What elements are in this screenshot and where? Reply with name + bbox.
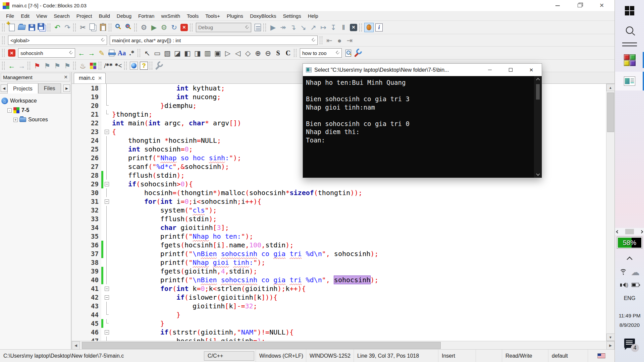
line-number[interactable]: 26	[72, 154, 101, 162]
styled-s-icon[interactable]: S	[273, 48, 283, 58]
menu-search[interactable]: Search	[50, 12, 73, 20]
styled-c-icon[interactable]: C	[283, 48, 293, 58]
line-number[interactable]: 41	[72, 284, 101, 293]
code-line-38[interactable]: 38printf("Nhap gioi tinh:");	[72, 258, 606, 267]
menu-debug[interactable]: Debug	[113, 12, 135, 20]
editor-vertical-scrollbar[interactable]: ▲ ▼	[606, 84, 614, 341]
line-number[interactable]: 23	[72, 127, 101, 136]
line-number[interactable]: 21	[72, 110, 101, 119]
menu-build[interactable]: Build	[96, 12, 113, 20]
align-center-icon[interactable]: ▥	[203, 48, 213, 58]
battery-icon[interactable]	[632, 283, 639, 287]
split-v-icon[interactable]: ◪	[172, 48, 182, 58]
line-number[interactable]: 28	[72, 171, 101, 180]
fold-marker-icon[interactable]	[103, 328, 110, 337]
console-scrollbar[interactable]	[534, 76, 542, 178]
line-number[interactable]: 36	[72, 241, 101, 249]
function-combo[interactable]: main(int argc, char* argv[]) : int	[110, 36, 318, 45]
match-case-icon[interactable]: Aa	[117, 48, 127, 58]
goto-next-icon[interactable]: ⇥	[344, 35, 355, 45]
console-title-bar[interactable]: Select "C:\Users\my laptop\Desktop\New f…	[303, 64, 542, 76]
line-number[interactable]: 37	[72, 249, 101, 258]
line-number[interactable]: 20	[72, 101, 101, 110]
search-next-icon[interactable]: →	[87, 48, 97, 58]
save-icon[interactable]	[27, 22, 37, 33]
line-number[interactable]: 38	[72, 258, 101, 267]
align-fill-icon[interactable]: ▣	[213, 48, 223, 58]
widget-frame-icon[interactable]: ▭	[152, 48, 162, 58]
console-output[interactable]: Nhap ho ten:Bui Minh Quang Bien sohocsin…	[303, 76, 534, 178]
line-number[interactable]: 46	[72, 328, 101, 337]
tab-main-c[interactable]: main.c ✕	[74, 73, 106, 83]
fold-marker-icon[interactable]	[103, 293, 110, 302]
tree-item-workspace[interactable]: ⌂Workspace	[1, 96, 69, 106]
code-line-29[interactable]: 29if(sohocsinh>0){	[72, 180, 606, 188]
tabs-scroll-right-icon[interactable]: ▶	[63, 84, 70, 92]
management-tab-projects[interactable]: Projects	[7, 83, 38, 94]
highlight-icon[interactable]: ✎	[97, 48, 107, 58]
line-number[interactable]: 25	[72, 145, 101, 154]
doxyblocks-blocks-icon[interactable]	[88, 61, 98, 71]
doc-block-comment-icon[interactable]: /**	[103, 61, 113, 71]
scroll-up-icon[interactable]: ▲	[606, 84, 615, 91]
onedrive-cloud-icon[interactable]: ☁	[631, 268, 640, 277]
editor-horizontal-scrollbar[interactable]: ◀ ▶	[72, 341, 614, 349]
code-line-33[interactable]: 33fflush(stdin);	[72, 215, 606, 223]
doxy-settings-wrench-icon[interactable]	[154, 61, 164, 71]
fold-marker-icon[interactable]	[103, 127, 110, 136]
settings-wrench-icon[interactable]	[353, 48, 363, 58]
save-all-icon[interactable]	[37, 22, 47, 33]
tabs-scroll-left-icon[interactable]: ◀	[1, 84, 7, 92]
scroll-down-icon[interactable]: ▼	[606, 334, 615, 341]
build-icon[interactable]: ⚙	[139, 22, 149, 33]
line-number[interactable]: 32	[72, 206, 101, 215]
code-line-46[interactable]: 46if(strstr(gioitinh,"NAM")!=NULL){	[72, 328, 606, 337]
fold-marker-icon[interactable]	[103, 284, 110, 293]
menu-doxyblocks[interactable]: DoxyBlocks	[247, 12, 279, 20]
scope-combo[interactable]: <global>	[8, 36, 107, 45]
search-prev-icon[interactable]: ←	[76, 48, 87, 58]
next-instruction-icon[interactable]: ↦	[318, 22, 328, 33]
menu-settings[interactable]: Settings	[279, 12, 304, 20]
undo-icon[interactable]: ↶	[52, 22, 62, 33]
toggle-bookmark-icon[interactable]: ⚑	[32, 61, 42, 71]
line-number[interactable]: 33	[72, 215, 101, 223]
doxy-help-icon[interactable]: ?	[139, 61, 149, 71]
code-line-30[interactable]: 30hocsinh=(thongtin*)malloc(sohocsinh*si…	[72, 188, 606, 197]
incsearch-combo[interactable]: sohocsinh	[18, 48, 75, 58]
code-line-35[interactable]: 35printf("Nhap ho ten:");	[72, 232, 606, 241]
console-scroll-up-icon[interactable]	[534, 76, 542, 83]
minimize-button[interactable]	[554, 2, 561, 9]
menu-tools[interactable]: Tools	[183, 12, 202, 20]
console-window[interactable]: Select "C:\Users\my laptop\Desktop\New f…	[303, 63, 542, 178]
line-number[interactable]: 22	[72, 119, 101, 127]
scroll-thumb[interactable]	[625, 229, 634, 234]
split-h-icon[interactable]: ▧	[162, 48, 172, 58]
menu-project[interactable]: Project	[73, 12, 96, 20]
doc-line-comment-icon[interactable]: *<	[113, 61, 123, 71]
select-range-icon[interactable]	[107, 48, 117, 58]
align-right-icon[interactable]: ◨	[193, 48, 203, 58]
menu-wxsmith[interactable]: wxSmith	[158, 12, 183, 20]
code-line-47[interactable]: 47hocsinh[i].gioitinh=1;	[72, 337, 606, 341]
next-bookmark-icon[interactable]: ⚑	[52, 61, 62, 71]
stop-debugger-icon[interactable]: ✕	[348, 22, 359, 33]
doxy-run-html-icon[interactable]	[129, 61, 139, 71]
pointer-icon[interactable]: ↖	[142, 48, 152, 58]
console-minimize-button[interactable]	[479, 64, 500, 76]
shape-left-icon[interactable]: ◁	[233, 48, 243, 58]
line-number[interactable]: 27	[72, 162, 101, 171]
tree-item-7-5[interactable]: -7-5	[1, 106, 69, 115]
scroll-right-icon[interactable]: ▶	[606, 341, 614, 350]
code-line-34[interactable]: 34char gioitinh[3];	[72, 223, 606, 232]
menu-tools-[interactable]: Tools+	[202, 12, 223, 20]
code-line-41[interactable]: 41for(int k=0;k<strlen(gioitinh);k++){	[72, 284, 606, 293]
tree-expander-icon[interactable]: -	[7, 108, 12, 113]
rebuild-icon[interactable]: ↻	[169, 22, 179, 33]
fold-marker-icon[interactable]	[103, 197, 110, 206]
speaker-icon[interactable]: ))	[620, 282, 628, 288]
menu-fortran[interactable]: Fortran	[135, 12, 158, 20]
line-number[interactable]: 43	[72, 302, 101, 310]
tab-close-icon[interactable]: ✕	[98, 75, 102, 81]
clock-time[interactable]: 11:49 PM	[615, 312, 644, 320]
